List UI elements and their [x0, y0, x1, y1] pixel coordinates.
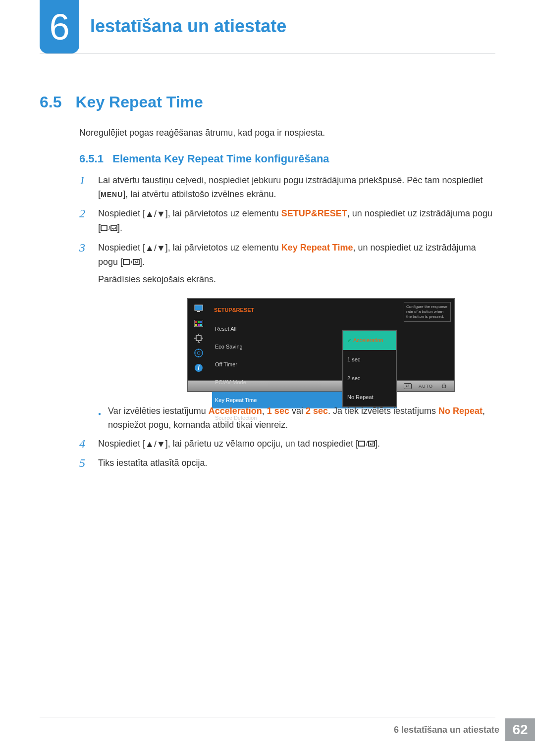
page-footer: 6 Iestatīšana un atiestate 62 [394, 718, 535, 741]
svg-point-17 [197, 352, 200, 354]
osd-popup-acceleration: ✔Acceleration [343, 331, 396, 350]
page-number: 62 [505, 718, 535, 741]
osd-tooltip: Configure the response rate of a button … [404, 302, 451, 322]
svg-text:/: / [131, 258, 133, 265]
osd-popup-1sec: 1 sec [343, 350, 396, 369]
osd-panel: i SETUP&RESET Reset All Eco SavingOff Of… [187, 298, 455, 381]
page: 6 Iestatīšana un atiestate 6.5 Key Repea… [0, 0, 535, 756]
svg-rect-11 [200, 321, 202, 323]
svg-point-16 [195, 349, 203, 357]
section-heading: 6.5 Key Repeat Time [40, 93, 203, 111]
step-4: 4 Nospiediet [▲/▼], lai pārietu uz vēlam… [79, 437, 495, 451]
step-text: Nospiediet [▲/▼], lai pārietu uz vēlamo … [98, 437, 495, 451]
step-1: 1 Lai atvērtu taustiņu ceļvedi, nospiedi… [79, 173, 495, 202]
chapter-title: Iestatīšana un atiestate [90, 16, 286, 37]
enter-icon: / [123, 255, 140, 269]
monitor-icon [193, 304, 204, 313]
highlight-setup-reset: SETUP&RESET [281, 208, 347, 218]
bullet-list: ● Var izvēlēties iestatījumu Acceleratio… [98, 404, 495, 432]
svg-rect-6 [195, 305, 203, 310]
svg-text:/: / [108, 225, 110, 232]
osd-sidebar: i [188, 299, 209, 380]
svg-rect-14 [200, 324, 202, 326]
steps-list: 1 Lai atvērtu taustiņu ceļvedi, nospiedi… [79, 173, 495, 475]
subsection-title: Elementa Key Repeat Time konfigurēšana [112, 152, 329, 165]
step-3: 3 Nospiediet [▲/▼], lai pārvietotos uz e… [79, 241, 495, 432]
footer-chapter-label: 6 Iestatīšana un atiestate [394, 725, 499, 735]
osd-right-column: Configure the response rate of a button … [402, 299, 454, 380]
up-down-icon: ▲/▼ [145, 437, 165, 451]
step-text: Nospiediet [▲/▼], lai pārvietotos uz ele… [98, 206, 495, 236]
settings-icon [193, 349, 204, 357]
svg-rect-10 [198, 321, 200, 323]
svg-rect-2 [111, 226, 117, 231]
bullet-icon: ● [98, 404, 101, 432]
svg-rect-0 [101, 226, 107, 231]
step-number: 1 [79, 173, 89, 202]
color-icon [193, 319, 204, 328]
enter-icon: / [101, 222, 117, 236]
svg-rect-7 [197, 311, 200, 312]
step-2: 2 Nospiediet [▲/▼], lai pārvietotos uz e… [79, 206, 495, 236]
step-note: Parādīsies sekojošais ekrāns. [98, 272, 495, 286]
osd-popup: ✔Acceleration 1 sec 2 sec No Repeat [342, 330, 397, 407]
section-title: Key Repeat Time [75, 93, 203, 111]
auto-label: AUTO [419, 379, 433, 393]
step-5: 5 Tiks iestatīta atlasītā opcija. [79, 456, 495, 470]
osd-header: SETUP&RESET [212, 302, 397, 320]
return-icon: ↵ [404, 383, 412, 389]
osd-screenshot: i SETUP&RESET Reset All Eco SavingOff Of… [187, 298, 455, 392]
section-number: 6.5 [40, 93, 61, 111]
list-item: ● Var izvēlēties iestatījumu Acceleratio… [98, 404, 495, 432]
divider [40, 53, 495, 54]
svg-rect-5 [133, 259, 139, 264]
svg-rect-12 [195, 324, 197, 326]
up-down-icon: ▲/▼ [145, 207, 165, 221]
svg-rect-3 [123, 259, 129, 264]
step-number: 5 [79, 456, 89, 470]
step-number: 3 [79, 241, 89, 432]
svg-text:/: / [366, 440, 368, 447]
section-description: Noregulējiet pogas reaģēšanas ātrumu, ka… [79, 128, 325, 138]
step-number: 2 [79, 206, 89, 236]
svg-rect-13 [198, 324, 200, 326]
chapter-tab: 6 [40, 0, 79, 53]
svg-rect-9 [195, 321, 197, 323]
step-text: Lai atvērtu taustiņu ceļvedi, nospiediet… [98, 173, 495, 202]
step-number: 4 [79, 437, 89, 451]
enter-icon: / [358, 437, 375, 451]
svg-rect-22 [369, 441, 374, 446]
power-icon: ⏻ [440, 383, 448, 389]
up-down-icon: ▲/▼ [145, 241, 165, 255]
resize-icon [193, 334, 204, 343]
step-text: Nospiediet [▲/▼], lai pārvietotos uz ele… [98, 241, 495, 432]
osd-popup-norepeat: No Repeat [343, 388, 396, 406]
menu-label: MENU [101, 191, 123, 199]
osd-popup-2sec: 2 sec [343, 369, 396, 388]
svg-rect-15 [196, 336, 201, 341]
chapter-number: 6 [49, 6, 69, 48]
subsection-number: 6.5.1 [79, 152, 104, 165]
divider [40, 717, 495, 717]
svg-rect-20 [359, 441, 365, 446]
subsection-heading: 6.5.1 Elementa Key Repeat Time konfigurē… [79, 152, 329, 165]
info-icon: i [193, 363, 204, 372]
highlight-key-repeat: Key Repeat Time [281, 243, 353, 252]
step-text: Tiks iestatīta atlasītā opcija. [98, 456, 495, 470]
check-icon: ✔ [347, 338, 351, 343]
